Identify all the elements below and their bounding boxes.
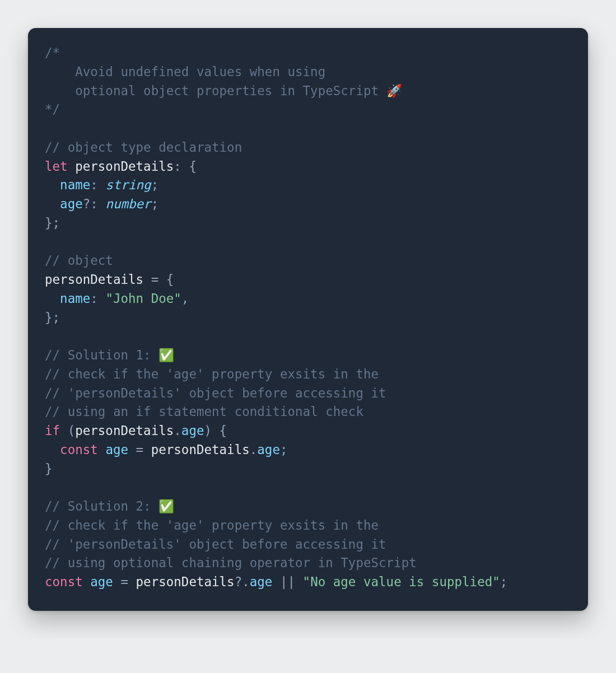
keyword-let: let — [45, 159, 68, 174]
type: string — [105, 177, 151, 192]
op: = — [136, 442, 144, 457]
code-window: /* Avoid undefined values when using opt… — [28, 28, 588, 611]
punct: : — [174, 159, 181, 174]
paren: ) — [204, 423, 212, 438]
punct: : — [90, 291, 98, 306]
comment: /* — [45, 45, 60, 60]
op: = — [120, 574, 128, 589]
brace: { — [220, 423, 227, 438]
brace: } — [45, 310, 53, 325]
property: age — [250, 574, 273, 589]
identifier: personDetails — [75, 159, 174, 174]
comment: optional object properties in TypeScript… — [45, 83, 402, 98]
punct: ; — [53, 216, 60, 230]
punct: ; — [151, 197, 159, 211]
comment: // using optional chaining operator in T… — [45, 555, 417, 570]
punct: ; — [151, 177, 159, 192]
identifier: age — [90, 574, 113, 589]
identifier: personDetails — [151, 442, 250, 457]
optional-chain: ?. — [235, 574, 250, 589]
identifier: age — [105, 442, 128, 457]
comment: // 'personDetails' object before accessi… — [45, 537, 386, 552]
brace: { — [166, 272, 174, 287]
comment: // object — [45, 253, 113, 268]
paren: ( — [68, 423, 76, 438]
op: = — [151, 272, 159, 287]
punct: . — [250, 442, 258, 457]
punct: : — [90, 197, 98, 211]
identifier: personDetails — [75, 423, 174, 438]
keyword-if: if — [45, 423, 60, 438]
comment: // check if the 'age' property exsits in… — [45, 367, 379, 381]
comment: // Solution 1: ✅ — [45, 348, 174, 362]
identifier: personDetails — [136, 574, 235, 589]
punct: . — [174, 423, 181, 438]
punct: ? — [83, 197, 91, 211]
property: age — [181, 423, 204, 438]
punct: ; — [53, 310, 60, 325]
property: age — [60, 197, 83, 211]
code-block: /* Avoid undefined values when using opt… — [45, 44, 571, 592]
comment: // object type declaration — [45, 140, 242, 155]
keyword-const: const — [60, 442, 98, 457]
brace: { — [189, 159, 197, 174]
identifier: personDetails — [45, 272, 143, 287]
type: number — [105, 197, 151, 211]
property: name — [60, 291, 90, 306]
property: age — [257, 442, 280, 457]
brace: } — [45, 216, 53, 230]
comment: // check if the 'age' property exsits in… — [45, 518, 379, 532]
punct: ; — [500, 574, 508, 589]
punct: , — [181, 291, 189, 306]
comment: // Solution 2: ✅ — [45, 499, 174, 513]
op: || — [280, 574, 295, 589]
brace: } — [45, 461, 53, 476]
string: "No age value is supplied" — [303, 574, 500, 589]
string: "John Doe" — [105, 291, 181, 306]
punct: ; — [280, 442, 288, 457]
comment: // using an if statement conditional che… — [45, 404, 363, 419]
property: name — [60, 177, 90, 192]
comment: Avoid undefined values when using — [45, 64, 325, 79]
punct: : — [90, 177, 98, 192]
comment: // 'personDetails' object before accessi… — [45, 386, 386, 400]
keyword-const: const — [45, 574, 83, 589]
comment: */ — [45, 102, 60, 116]
